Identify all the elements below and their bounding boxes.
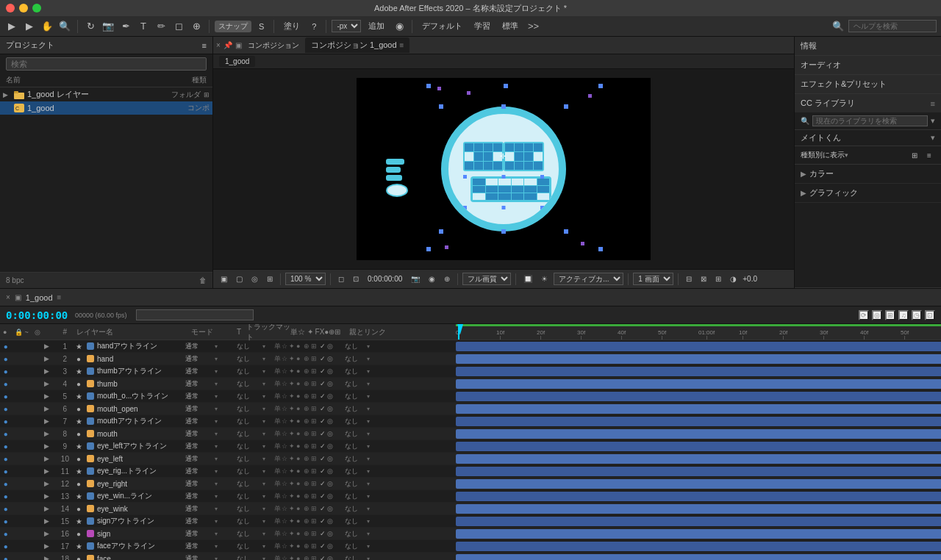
sw-edit-17[interactable]: ✓ — [320, 542, 327, 550]
close-button[interactable] — [6, 4, 15, 12]
sw-edit-16[interactable]: ✓ — [320, 530, 327, 537]
layer-mode-arr-11[interactable]: ▾ — [215, 468, 223, 475]
layer-star-10[interactable]: ● — [74, 455, 84, 463]
layer-mode-2[interactable]: 通常 — [185, 354, 215, 364]
layer-visibility-12[interactable]: ● — [0, 480, 12, 488]
layer-parent-val-16[interactable]: なし — [345, 529, 367, 539]
sw-5-10[interactable]: ⊞ — [311, 455, 318, 462]
layer-visibility-10[interactable]: ● — [0, 455, 12, 463]
layer-name-15[interactable]: signアウトライン — [97, 516, 185, 526]
vb-camera[interactable]: 📷 — [408, 274, 423, 284]
layer-track-arr-16[interactable]: ▾ — [262, 531, 274, 537]
sw-3-12[interactable]: ● — [296, 480, 304, 487]
layer-name-6[interactable]: mouth_open — [97, 405, 185, 413]
layer-name-11[interactable]: eye_rig...トライン — [97, 466, 185, 476]
sw-5-1[interactable]: ⊞ — [311, 342, 318, 350]
layer-track-arr-5[interactable]: ▾ — [262, 393, 274, 400]
sw-4-15[interactable]: ⊕ — [304, 517, 311, 525]
layer-star-2[interactable]: ● — [74, 355, 84, 363]
comp-tab-active[interactable]: コンポジション 1_good ≡ — [305, 37, 410, 53]
sw-4-3[interactable]: ⊕ — [304, 367, 311, 375]
layer-track-9[interactable]: なし — [237, 442, 262, 451]
layer-visibility-15[interactable]: ● — [0, 517, 12, 525]
layer-mode-10[interactable]: 通常 — [185, 454, 215, 464]
layer-mode-3[interactable]: 通常 — [185, 367, 215, 376]
sw-3-15[interactable]: ● — [296, 517, 304, 525]
track-row[interactable] — [456, 390, 941, 403]
layer-parent-val-6[interactable]: なし — [345, 404, 367, 414]
color-select[interactable]: アクティブカ... — [554, 273, 623, 285]
tool-pen[interactable]: ✒ — [118, 19, 133, 34]
vb-toggle-4[interactable]: ⊞ — [264, 274, 276, 284]
sw-5-2[interactable]: ⊞ — [311, 355, 318, 362]
layer-expand-3[interactable]: ▶ — [44, 367, 56, 375]
layer-track-4[interactable]: なし — [237, 379, 262, 389]
sw-2-9[interactable]: ☆ — [282, 442, 289, 450]
vb-snap4[interactable]: ◑ — [727, 274, 740, 284]
vb-toggle-2[interactable]: ▢ — [233, 274, 246, 284]
standard-btn[interactable]: 標準 — [498, 19, 523, 33]
sw-edit-8[interactable]: ✓ — [320, 430, 327, 437]
layer-mode-4[interactable]: 通常 — [185, 379, 215, 389]
sw-1-10[interactable]: 单 — [274, 454, 282, 464]
sw-1-18[interactable]: 单 — [274, 554, 282, 561]
layer-visibility-3[interactable]: ● — [0, 367, 12, 376]
sw-2-2[interactable]: ☆ — [282, 355, 289, 362]
layer-parent-arr-10[interactable]: ▾ — [367, 456, 377, 462]
layer-mode-1[interactable]: 通常 — [185, 342, 215, 351]
sw-1-17[interactable]: 单 — [274, 542, 282, 551]
sw-3-14[interactable]: ● — [296, 505, 304, 512]
layer-track-arr-10[interactable]: ▾ — [262, 456, 274, 462]
layer-star-3[interactable]: ★ — [74, 367, 84, 376]
project-item[interactable]: C 1_good コンポ — [0, 101, 212, 115]
cc-graphic-section[interactable]: ▶ グラフィック — [795, 184, 941, 203]
layer-mode-arr-9[interactable]: ▾ — [215, 443, 223, 450]
layer-mode-arr-6[interactable]: ▾ — [215, 406, 223, 412]
sw-2-13[interactable]: ☆ — [282, 492, 289, 500]
sw-4-14[interactable]: ⊕ — [304, 505, 311, 512]
tl-btn-4[interactable]: ♫ — [898, 310, 909, 320]
layer-name-16[interactable]: sign — [97, 530, 185, 538]
layer-track-1[interactable]: なし — [237, 342, 262, 351]
layer-track-15[interactable]: なし — [237, 517, 262, 526]
track-row[interactable] — [456, 490, 941, 503]
layer-star-7[interactable]: ★ — [74, 417, 84, 426]
tool-zoom[interactable]: 🔍 — [57, 19, 72, 34]
layer-row[interactable]: ● ▶ 7 ★ mouthアウトライン 通常 ▾ なし ▾ 单 ☆ ✦ ● ⊕ … — [0, 415, 456, 428]
tool-camera[interactable]: 📷 — [101, 19, 115, 34]
layer-parent-arr-17[interactable]: ▾ — [367, 543, 377, 550]
layer-parent-arr-11[interactable]: ▾ — [367, 468, 377, 475]
layer-row[interactable]: ● ▶ 2 ● hand 通常 ▾ なし ▾ 单 ☆ ✦ ● ⊕ ⊞ ✓ ◎ な… — [0, 353, 456, 365]
layer-parent-arr-4[interactable]: ▾ — [367, 381, 377, 387]
layer-track-arr-4[interactable]: ▾ — [262, 381, 274, 387]
comp-close-btn[interactable]: × — [216, 41, 221, 49]
layer-track-12[interactable]: なし — [237, 479, 262, 489]
effects-header[interactable]: エフェクト&プリセット — [795, 75, 941, 93]
layer-expand-9[interactable]: ▶ — [44, 442, 56, 450]
sw-4-1[interactable]: ⊕ — [304, 342, 311, 350]
sw-3-7[interactable]: ● — [296, 417, 304, 425]
cc-library-search[interactable] — [812, 115, 928, 126]
layer-mode-8[interactable]: 通常 — [185, 429, 215, 439]
layer-name-7[interactable]: mouthアウトライン — [97, 416, 185, 426]
layer-name-9[interactable]: eye_leftアウトライン — [97, 441, 185, 451]
layer-mode-arr-7[interactable]: ▾ — [215, 418, 223, 425]
layer-parent-arr-13[interactable]: ▾ — [367, 493, 377, 500]
sw-2-14[interactable]: ☆ — [282, 505, 289, 512]
layer-parent-arr-1[interactable]: ▾ — [367, 343, 377, 350]
layer-mode-15[interactable]: 通常 — [185, 517, 215, 526]
view-select[interactable]: 1 画面 — [633, 273, 673, 285]
vb-render[interactable]: ◉ — [426, 274, 438, 284]
layer-name-17[interactable]: faceアウトライン — [97, 541, 185, 551]
sw-2-4[interactable]: ☆ — [282, 380, 289, 387]
layer-visibility-8[interactable]: ● — [0, 430, 12, 438]
tool-rotate[interactable]: ↻ — [83, 19, 98, 34]
layer-track-arr-9[interactable]: ▾ — [262, 443, 274, 450]
layer-track-arr-13[interactable]: ▾ — [262, 493, 274, 500]
layer-star-5[interactable]: ★ — [74, 392, 84, 401]
sw-5-11[interactable]: ⊞ — [311, 467, 318, 475]
layer-name-14[interactable]: eye_wink — [97, 505, 185, 513]
layer-visibility-17[interactable]: ● — [0, 542, 12, 550]
layer-row[interactable]: ● ▶ 11 ★ eye_rig...トライン 通常 ▾ なし ▾ 单 ☆ ✦ … — [0, 465, 456, 478]
layer-mode-16[interactable]: 通常 — [185, 529, 215, 539]
